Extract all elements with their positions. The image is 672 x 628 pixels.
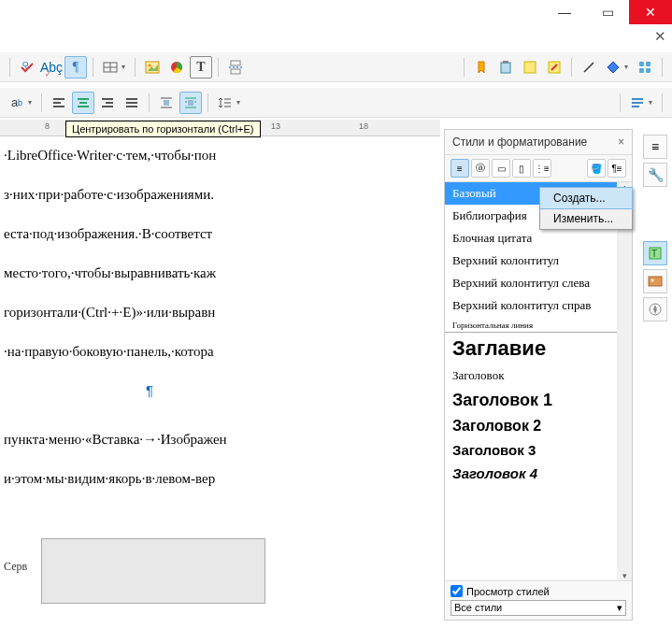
svg-rect-8 [231, 61, 240, 65]
svg-rect-11 [501, 63, 510, 73]
fill-format-icon[interactable]: 🪣 [587, 159, 606, 178]
minimize-button[interactable]: — [543, 0, 586, 24]
list-styles-tab[interactable]: ⋮≡ [533, 159, 551, 178]
align-justify-icon[interactable] [121, 92, 143, 114]
pilcrow-icon: ¶ [146, 382, 153, 398]
grid-icon[interactable] [634, 56, 656, 78]
styles-tabs: ≡ ⓐ ▭ ▯ ⋮≡ 🪣 ¶≡ [445, 155, 632, 182]
table-dropdown[interactable]: ▾ [122, 63, 129, 71]
text-line: еста·под·изображения.·В·соответст [4, 222, 295, 245]
svg-rect-13 [524, 62, 536, 73]
note-icon[interactable] [519, 56, 541, 78]
spellcheck-icon[interactable]: Abç✓ [40, 56, 63, 78]
style-item[interactable]: Блочная цитата [445, 227, 632, 250]
svg-rect-20 [646, 68, 651, 73]
styles-footer: Просмотр стилей Все стили▾ [445, 580, 632, 620]
text-line: место·того,·чтобы·выравнивать·каж [4, 262, 295, 284]
svg-marker-16 [608, 62, 619, 73]
styles-panel-header: Стили и форматирование × [445, 130, 632, 155]
styles-panel-close-icon[interactable]: × [618, 136, 624, 149]
linespacing-dropdown[interactable]: ▾ [236, 98, 244, 107]
context-create[interactable]: Создать... [539, 187, 633, 209]
textbox-icon[interactable]: T [190, 56, 212, 78]
dock-wrench-icon[interactable]: 🔧 [643, 163, 667, 187]
wrap-off-icon[interactable] [155, 92, 178, 114]
new-style-icon[interactable]: ¶≡ [608, 159, 626, 178]
edit-note-icon[interactable] [543, 56, 565, 78]
svg-line-15 [584, 63, 593, 72]
align-center-icon[interactable] [72, 92, 94, 114]
style-item[interactable]: Заглавие [445, 333, 632, 364]
para-styles-tab[interactable]: ≡ [450, 159, 469, 178]
svg-text:T: T [651, 249, 657, 259]
window-controls: — ▭ ✕ [543, 0, 672, 24]
image-icon[interactable] [141, 56, 164, 78]
charstyle-dropdown[interactable]: ▾ [28, 98, 36, 107]
status-text: Серв [4, 560, 27, 574]
preview-styles-check[interactable]: Просмотр стилей [450, 585, 626, 597]
svg-rect-19 [639, 68, 644, 73]
text-line: ·на·правую·боковую·панель,·котора [4, 340, 295, 363]
linespacing-icon[interactable] [214, 92, 236, 114]
style-item[interactable]: Заголовок 1 [445, 387, 632, 414]
chart-icon[interactable] [165, 56, 188, 78]
style-item[interactable]: Заголовок 3 [445, 438, 632, 462]
dock-gallery-icon[interactable] [643, 269, 667, 293]
svg-rect-49 [649, 277, 662, 286]
table-icon[interactable] [99, 56, 122, 78]
svg-rect-18 [646, 62, 651, 66]
text-line: ·LibreOffice·Writer·с·тем,·чтобы·пон [4, 144, 295, 166]
align-right-icon[interactable] [96, 92, 119, 114]
wrap-page-icon[interactable] [179, 92, 202, 114]
shape-icon[interactable] [602, 56, 624, 78]
context-edit[interactable]: Изменить... [540, 208, 632, 229]
text-line: и·этом·мы·видим·якорь·в·левом-вер [4, 467, 295, 490]
style-item[interactable]: Верхний колонтитул слева [445, 272, 632, 294]
toolbar-format: ab ▾ ▾ ▾ [0, 88, 672, 118]
dock-menu-icon[interactable]: ≡ [643, 135, 667, 159]
text-line: з·них·при·работе·с·изображениями. [4, 183, 295, 206]
page-styles-tab[interactable]: ▯ [512, 159, 531, 178]
document-close-button[interactable]: ✕ [654, 28, 666, 45]
align-left-icon[interactable] [48, 92, 70, 114]
tooltip: Центрировать по горизонтали (Ctrl+E) [65, 121, 261, 137]
bookmark-icon[interactable] [470, 56, 493, 78]
close-button[interactable]: ✕ [629, 0, 672, 24]
style-filter-combo[interactable]: Все стили▾ [450, 600, 626, 616]
style-item[interactable]: Заголовок 2 [445, 414, 632, 438]
maximize-button[interactable]: ▭ [586, 0, 629, 24]
formatting-marks-icon[interactable]: ¶ [64, 56, 87, 78]
image-placeholder[interactable] [41, 538, 265, 604]
charstyle-icon[interactable]: ab [6, 92, 28, 114]
char-styles-tab[interactable]: ⓐ [471, 159, 490, 178]
line-icon[interactable] [578, 56, 600, 78]
document-body[interactable]: ·LibreOffice·Writer·с·тем,·чтобы·пон з·н… [0, 138, 299, 628]
svg-text:Q: Q [22, 60, 28, 68]
dock-styles-icon[interactable]: T [643, 241, 667, 265]
para-style-icon[interactable] [626, 92, 649, 114]
sidebar-dock: ≡ 🔧 T [638, 129, 672, 621]
svg-rect-9 [231, 69, 240, 74]
style-item[interactable]: Верхний колонтитул [445, 250, 632, 272]
context-menu: Создать... Изменить... [539, 187, 633, 230]
style-item[interactable]: Заголовок 4 [445, 462, 632, 485]
svg-point-50 [651, 279, 654, 282]
shape-dropdown[interactable]: ▾ [624, 63, 632, 71]
text-line: пункта·меню·«Вставка·→·Изображен [4, 428, 295, 450]
style-item[interactable]: Верхний колонтитул справ [445, 294, 632, 317]
clipboard-icon[interactable] [494, 56, 517, 78]
para-style-dropdown[interactable]: ▾ [649, 98, 656, 107]
autospell-icon[interactable]: Q [16, 56, 38, 78]
svg-rect-36 [188, 100, 193, 106]
frame-styles-tab[interactable]: ▭ [492, 159, 510, 178]
toolbar-main: Q Abç✓ ¶ ▾ T ▾ [0, 52, 672, 82]
page-break-icon[interactable] [224, 56, 247, 78]
styles-panel-title: Стили и форматирование [452, 136, 587, 149]
scrollbar[interactable]: ▴▾ [617, 182, 632, 580]
svg-marker-52 [653, 305, 657, 314]
style-item[interactable]: Горизонтальная линия [445, 317, 632, 333]
dock-navigator-icon[interactable] [643, 297, 667, 321]
svg-rect-33 [164, 100, 169, 106]
styles-list[interactable]: БазовыйБиблиографияБлочная цитатаВерхний… [445, 182, 632, 580]
style-item[interactable]: Заголовок [445, 364, 632, 387]
